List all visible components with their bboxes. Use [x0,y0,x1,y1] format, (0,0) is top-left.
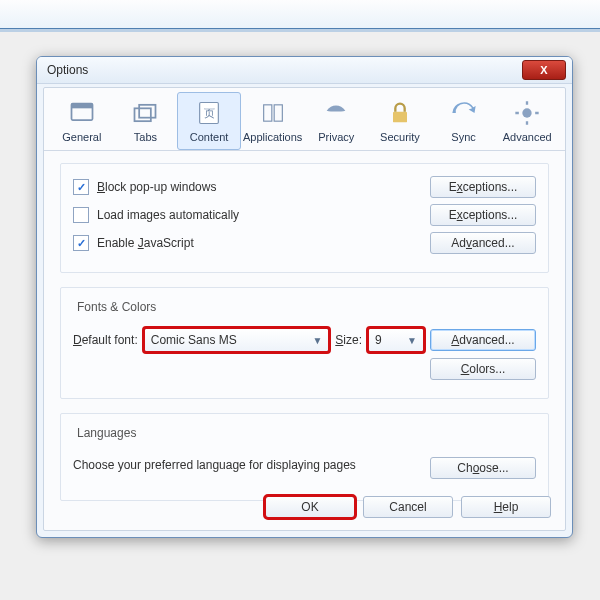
tab-label: Security [380,131,420,143]
exceptions-images-button[interactable]: Exceptions... [430,204,536,226]
category-tabs: General Tabs 页 Content Applications Priv… [44,88,565,151]
options-dialog: Options X General Tabs 页 Content Applica… [36,56,573,538]
svg-point-9 [523,108,532,117]
dialog-title: Options [47,63,88,77]
languages-desc: Choose your preferred language for displ… [73,458,430,472]
cancel-button[interactable]: Cancel [363,496,453,518]
svg-rect-3 [140,105,156,118]
popup-label: BBlock pop-up windowslock pop-up windows [97,180,430,194]
default-font-value: Comic Sans MS [151,333,237,347]
default-font-select[interactable]: Comic Sans MS ▼ [144,328,330,352]
dialog-titlebar[interactable]: Options X [37,57,572,84]
privacy-icon [320,97,352,129]
svg-rect-7 [274,105,282,121]
tab-privacy[interactable]: Privacy [305,92,369,150]
content-icon: 页 [193,97,225,129]
font-size-select[interactable]: 9 ▼ [368,328,424,352]
chevron-down-icon: ▼ [407,335,417,346]
svg-rect-8 [393,112,407,123]
size-label: Size: [335,333,362,347]
exceptions-popup-button[interactable]: Exceptions... [430,176,536,198]
tab-general[interactable]: General [50,92,114,150]
security-icon [384,97,416,129]
svg-text:页: 页 [204,107,215,119]
svg-rect-2 [135,108,151,121]
tab-label: Advanced [503,131,552,143]
parent-window-titlebar [0,0,600,29]
checkbox-js[interactable]: ✓ [73,235,89,251]
choose-language-button[interactable]: Choose... [430,457,536,479]
tab-sync[interactable]: Sync [432,92,496,150]
tab-label: Applications [243,131,302,143]
tabs-icon [129,97,161,129]
decorative-divider [0,29,600,32]
default-font-label: Default font: [73,333,138,347]
tab-advanced[interactable]: Advanced [495,92,559,150]
tab-label: Tabs [134,131,157,143]
close-button[interactable]: X [522,60,566,80]
chevron-down-icon: ▼ [312,335,322,346]
fonts-advanced-button[interactable]: Advanced... [430,329,536,351]
font-size-value: 9 [375,333,382,347]
svg-rect-1 [71,104,92,109]
tab-label: Sync [451,131,475,143]
dialog-body: General Tabs 页 Content Applications Priv… [43,87,566,531]
advanced-icon [511,97,543,129]
tab-security[interactable]: Security [368,92,432,150]
checkbox-images[interactable]: ✓ [73,207,89,223]
content-pane: ✓ BBlock pop-up windowslock pop-up windo… [44,151,565,527]
advanced-js-button[interactable]: Advanced... [430,232,536,254]
close-icon: X [540,64,547,76]
images-label: Load images automatically [97,208,430,222]
dialog-buttons: OK Cancel Help [265,496,551,518]
applications-icon [257,97,289,129]
fonts-group-title: Fonts & Colors [73,300,160,314]
checkbox-popup[interactable]: ✓ [73,179,89,195]
languages-group-title: Languages [73,426,140,440]
tab-tabs[interactable]: Tabs [114,92,178,150]
js-label: Enable JavaScript [97,236,430,250]
help-button[interactable]: Help [461,496,551,518]
tab-label: General [62,131,101,143]
ok-button[interactable]: OK [265,496,355,518]
tab-content[interactable]: 页 Content [177,92,241,150]
general-icon [66,97,98,129]
sync-icon [448,97,480,129]
tab-label: Content [190,131,229,143]
colors-button[interactable]: Colors... [430,358,536,380]
tab-label: Privacy [318,131,354,143]
tab-applications[interactable]: Applications [241,92,305,150]
svg-rect-6 [263,105,271,121]
